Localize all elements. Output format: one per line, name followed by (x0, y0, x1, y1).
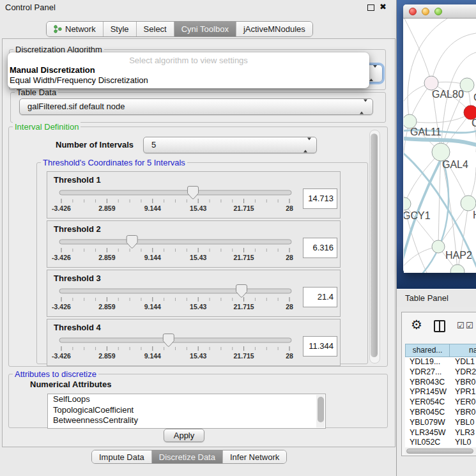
threshold-value-field[interactable]: 6.316 (303, 238, 337, 258)
svg-text:21.715: 21.715 (234, 352, 254, 360)
network-window-titlebar[interactable] (403, 4, 476, 19)
tab-discretize-data[interactable]: Discretize Data (152, 450, 223, 463)
algorithm-dropdown-popup: Select algorithm to view settings Manual… (8, 52, 369, 88)
svg-text:2.859: 2.859 (98, 204, 115, 212)
threshold-slider[interactable]: -3.4262.8599.14415.4321.71528 (50, 284, 300, 314)
svg-text:9.144: 9.144 (144, 254, 161, 261)
slider-thumb[interactable] (163, 334, 174, 347)
threshold-slider[interactable]: -3.4262.8599.14415.4321.71528 (50, 334, 300, 363)
network-node[interactable] (450, 265, 464, 273)
checkbox-icon[interactable]: ☑ (457, 321, 464, 330)
network-node[interactable] (432, 240, 445, 253)
table-row[interactable]: YDL19...YDL1 (405, 357, 476, 367)
threshold-row: Threshold 2-3.4262.8599.14415.4321.71528… (47, 220, 341, 268)
table-cell: YLR3 (450, 428, 476, 438)
table-data-group: Table Data galFiltered.sif default node (10, 92, 386, 123)
svg-text:2.859: 2.859 (98, 254, 115, 261)
numerical-attribute-item[interactable]: BetweennessCentrality (48, 415, 325, 426)
svg-text:21.715: 21.715 (234, 204, 254, 212)
threshold-slider[interactable]: -3.4262.8599.14415.4321.71528 (50, 235, 300, 265)
table-data-combobox[interactable]: galFiltered.sif default node (19, 98, 373, 115)
column-header[interactable]: shared... (406, 344, 450, 357)
tab-label: Discretize Data (159, 452, 215, 462)
tab-cyni-toolbox[interactable]: Cyni Toolbox (174, 22, 236, 36)
network-graph: GAL80GAGAL11CGAL4GCY1HHAP2 (404, 19, 476, 273)
column-header[interactable]: na (450, 344, 476, 357)
numerical-attribute-item[interactable]: SelfLoops (48, 394, 325, 405)
threshold-value-field[interactable]: 11.344 (303, 336, 337, 357)
scrollbar-thumb[interactable] (318, 397, 324, 422)
threshold-label: Threshold 3 (54, 273, 101, 283)
tab-network[interactable]: Network (47, 22, 104, 36)
table-row[interactable]: YDR27...YDR2 (405, 367, 476, 378)
table-row[interactable]: YBR043CYBR0 (405, 378, 476, 388)
table-row[interactable]: YPR145WYPR1 (405, 387, 476, 397)
minimize-traffic-light-icon[interactable] (422, 8, 429, 15)
table-cell: YDR2 (450, 367, 476, 378)
slider-thumb[interactable] (236, 285, 247, 298)
vertical-scrollbar[interactable] (369, 130, 380, 364)
tab-infer-network[interactable]: Infer Network (223, 450, 286, 463)
number-of-intervals-label: Number of Intervals (56, 137, 134, 153)
table-cell: YDL1 (450, 357, 476, 367)
network-node[interactable] (404, 197, 411, 210)
interval-definition-group: Interval Definition Number of Intervals … (8, 127, 388, 367)
network-node[interactable] (461, 196, 476, 211)
close-icon[interactable]: ✖ (380, 2, 387, 12)
svg-text:-3.426: -3.426 (52, 303, 71, 311)
list-scrollbar[interactable] (316, 395, 325, 427)
table-row[interactable]: YER054CYER0 (405, 397, 476, 408)
node-label: GCY1 (404, 210, 431, 221)
close-traffic-light-icon[interactable] (409, 8, 417, 15)
number-of-intervals-combobox[interactable]: 5 (143, 137, 317, 153)
network-icon (54, 25, 62, 33)
numerical-attribute-item[interactable]: TopologicalCoefficient (48, 405, 325, 416)
horizontal-scrollbar[interactable] (405, 448, 476, 454)
threshold-stack: Threshold 1-3.4262.8599.14415.4321.71528… (47, 171, 341, 368)
tab-jactivemnodules[interactable]: jActiveMNodules (236, 22, 312, 36)
tab-label: Network (65, 24, 96, 34)
column-selector-icon[interactable] (434, 320, 445, 332)
dropdown-option-manual-discretization[interactable]: Manual Discretization (10, 65, 95, 75)
float-window-icon[interactable] (367, 4, 374, 11)
threshold-value-field[interactable]: 21.4 (303, 287, 337, 307)
network-node[interactable] (424, 76, 438, 90)
checkbox-icon[interactable]: ☑ (466, 321, 473, 330)
table-row[interactable]: YIL052CYIL0 (405, 438, 476, 447)
numerical-attributes-list[interactable]: SelfLoopsTopologicalCoefficientBetweenne… (47, 394, 326, 429)
app-root: Control Panel ✖ NetworkStyleSelectCyni T… (0, 0, 476, 476)
svg-text:2.859: 2.859 (98, 352, 115, 360)
slider-thumb[interactable] (188, 187, 199, 199)
svg-text:-3.426: -3.426 (52, 204, 71, 212)
slider-thumb[interactable] (127, 236, 137, 249)
threshold-value-field[interactable]: 14.713 (303, 188, 337, 209)
node-attribute-table[interactable]: shared...naYDL19...YDL1YDR27...YDR2YBR04… (405, 344, 476, 447)
tab-select[interactable]: Select (137, 22, 174, 36)
table-cell: YDR27... (405, 367, 450, 378)
control-panel: Control Panel ✖ NetworkStyleSelectCyni T… (0, 0, 397, 476)
gear-icon[interactable]: ⚙ (411, 317, 422, 332)
dropdown-option-equal-width-frequency-discretization[interactable]: Equal Width/Frequency Discretization (10, 75, 148, 85)
scrollbar-thumb[interactable] (406, 449, 473, 454)
apply-button[interactable]: Apply (164, 429, 204, 442)
table-row[interactable]: YBR045CYBR0 (405, 408, 476, 418)
table-cell: YBL0 (450, 418, 476, 428)
table-row[interactable]: YLR345WYLR3 (405, 428, 476, 438)
network-window: GAL80GAGAL11CGAL4GCY1HHAP2 (403, 4, 476, 273)
network-node[interactable] (432, 143, 450, 161)
scrollbar-thumb[interactable] (371, 134, 378, 357)
threshold-slider[interactable]: -3.4262.8599.14415.4321.71528 (50, 186, 300, 215)
tab-style[interactable]: Style (104, 22, 137, 36)
svg-text:28: 28 (286, 254, 293, 261)
tab-impute-data[interactable]: Impute Data (92, 450, 152, 463)
node-label: H (473, 210, 476, 220)
table-row[interactable]: YBL079WYBL0 (405, 418, 476, 428)
combo-arrows-icon (360, 102, 367, 112)
numerical-attributes-label: Numerical Attributes (30, 380, 111, 389)
zoom-traffic-light-icon[interactable] (434, 8, 442, 15)
threshold-row: Threshold 3-3.4262.8599.14415.4321.71528… (47, 270, 341, 317)
network-canvas[interactable]: GAL80GAGAL11CGAL4GCY1HHAP2 (404, 19, 476, 273)
svg-text:28: 28 (286, 204, 293, 212)
network-edge (410, 112, 471, 123)
table-panel-title: Table Panel (405, 289, 449, 307)
